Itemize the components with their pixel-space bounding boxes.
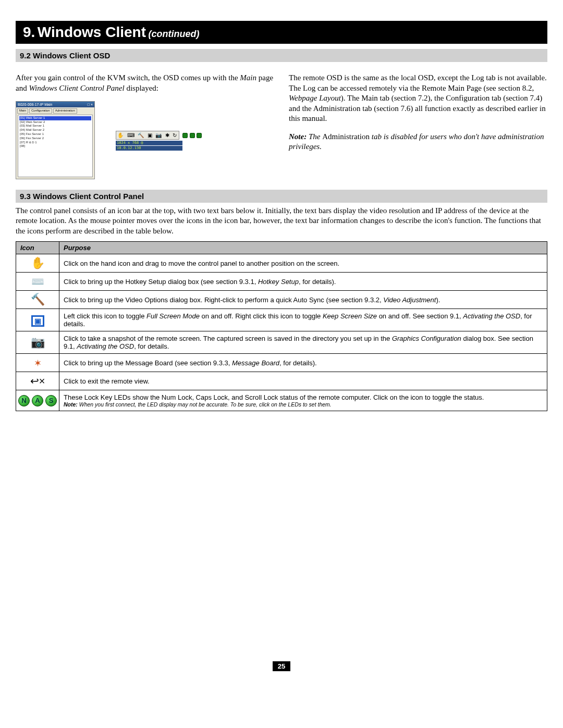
chapter-banner: 9. Windows Client (continued)	[16, 21, 547, 44]
sec93-intro: The control panel consists of an icon ba…	[16, 206, 547, 237]
osd-port-item: [04] Mail Server 2	[19, 128, 91, 132]
camera-icon: 📷	[31, 336, 45, 349]
message-icon: ✶	[34, 357, 42, 369]
hammer-icon: 🔨	[31, 293, 45, 306]
mini-led	[182, 133, 188, 138]
page-number: 25	[273, 661, 290, 671]
purpose-cell: Left click this icon to toggle Full Scre…	[59, 309, 547, 331]
icon-cell: ↩︎×	[16, 372, 59, 390]
icon-cell: 🔨	[16, 291, 59, 309]
led-indicator: A	[32, 395, 43, 406]
mini-ip-bar: 10.0.12.130	[116, 146, 182, 151]
mini-res-bar: 1024 x 768 @	[116, 141, 182, 145]
osd-window-controls: □ ×	[88, 102, 93, 107]
osd-port-item: [05] Fax Server 1	[19, 132, 91, 137]
th-icon: Icon	[16, 242, 59, 254]
osd-port-item: [02] Web Server 2	[19, 120, 91, 125]
table-row: ✋Click on the hand icon and drag to move…	[16, 254, 547, 273]
osd-tab-configuration: Configuration	[29, 108, 52, 114]
purpose-cell: Click to exit the remote view.	[59, 372, 547, 390]
purpose-cell: Click on the hand icon and drag to move …	[59, 254, 547, 273]
osd-tab-main: Main	[17, 108, 28, 114]
led-indicator: S	[45, 395, 57, 406]
mini-led	[190, 133, 195, 138]
icon-cell: 📷	[16, 331, 59, 354]
led-indicator: N	[18, 395, 30, 406]
keyboard-icon: ⌨️	[31, 275, 44, 288]
icon-cell: ✶	[16, 354, 59, 372]
th-purpose: Purpose	[59, 242, 547, 254]
chapter-number: 9.	[23, 24, 35, 40]
osd-port-item: [03] Mail Server 1	[19, 124, 91, 128]
section-92-heading: 9.2 Windows Client OSD	[16, 49, 547, 62]
osd-port-item: [07] R & D 1	[19, 141, 91, 145]
exit-icon: ↩︎×	[30, 375, 45, 387]
lock-leds-icon: NAS	[18, 395, 57, 406]
hand-icon: ✋	[31, 256, 45, 270]
chapter-title: Windows Client	[38, 24, 146, 40]
table-row: ⌨️Click to bring up the Hotkey Setup dia…	[16, 273, 547, 291]
mini-control-panel-mock: ✋ ⌨ 🔨 ▣ 📷 ✱ ↻ 1024 x 768 @ 10.0.12.130	[116, 130, 202, 151]
osd-title: B020-008-17-IP Main	[18, 102, 52, 107]
osd-port-item: [08]	[19, 144, 91, 149]
table-row: NASThese Lock Key LEDs show the Num Lock…	[16, 390, 547, 411]
purpose-cell: Click to bring up the Hotkey Setup dialo…	[59, 273, 547, 291]
sec92-note: Note: The Administration tab is disabled…	[289, 132, 547, 152]
osd-port-item: [06] Fax Server 2	[19, 137, 91, 141]
mini-led	[197, 133, 202, 138]
sec92-left-paragraph: After you gain control of the KVM switch…	[16, 73, 274, 93]
icon-cell: NAS	[16, 390, 59, 411]
section-93-heading: 9.3 Windows Client Control Panel	[16, 190, 547, 203]
table-row: 📷Click to take a snapshot of the remote …	[16, 331, 547, 354]
sec92-right-paragraph: The remote OSD is the same as the local …	[289, 73, 547, 124]
control-panel-icon-table: Icon Purpose ✋Click on the hand icon and…	[16, 241, 547, 411]
osd-tab-administration: Administration	[53, 108, 77, 114]
osd-port-item: [01] Web Server 1	[19, 116, 91, 120]
purpose-cell: Click to bring up the Video Options dial…	[59, 291, 547, 309]
table-row: ↩︎×Click to exit the remote view.	[16, 372, 547, 390]
table-row: 🔨Click to bring up the Video Options dia…	[16, 291, 547, 309]
osd-port-list: [01] Web Server 1 [02] Web Server 2 [03]…	[18, 115, 93, 177]
purpose-cell: Click to take a snapshot of the remote s…	[59, 331, 547, 354]
icon-cell: ▣	[16, 309, 59, 331]
icon-cell: ✋	[16, 254, 59, 273]
purpose-cell: These Lock Key LEDs show the Num Lock, C…	[59, 390, 547, 411]
purpose-cell: Click to bring up the Message Board (see…	[59, 354, 547, 372]
icon-cell: ⌨️	[16, 273, 59, 291]
mini-iconstrip: ✋ ⌨ 🔨 ▣ 📷 ✱ ↻	[116, 131, 179, 140]
chapter-suffix: (continued)	[148, 29, 199, 39]
table-row: ✶Click to bring up the Message Board (se…	[16, 354, 547, 372]
fullscreen-icon: ▣	[31, 315, 44, 327]
osd-window-mock: B020-008-17-IP Main □ × Main Configurati…	[16, 101, 95, 179]
table-row: ▣Left click this icon to toggle Full Scr…	[16, 309, 547, 331]
